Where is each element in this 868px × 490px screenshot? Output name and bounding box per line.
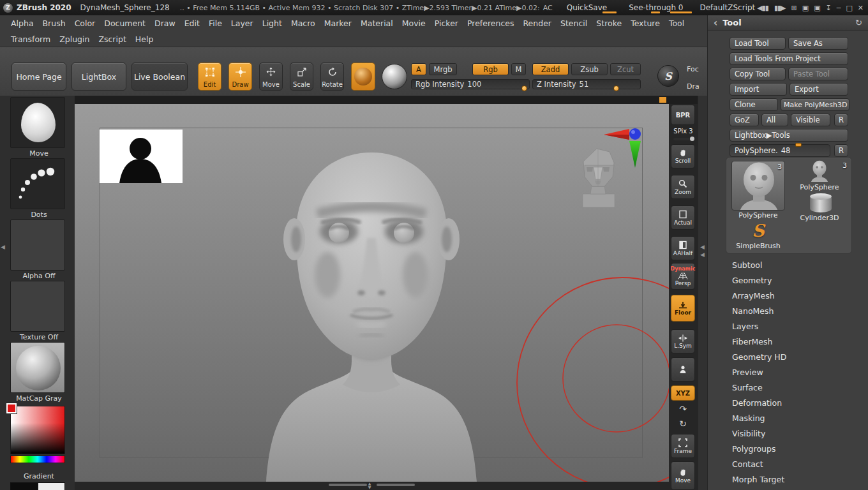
default-zscript-button[interactable]: DefaultZScript [700, 3, 755, 12]
section-layers[interactable]: Layers [726, 319, 855, 334]
zcut-toggle[interactable]: Zcut [610, 63, 641, 75]
spix-handle[interactable] [690, 137, 694, 141]
z-intensity-slider[interactable]: Z Intensity 51 [532, 79, 641, 89]
hue-strip[interactable] [10, 456, 65, 463]
lightbox-button[interactable]: LightBox [71, 63, 126, 91]
solo-button[interactable] [671, 357, 695, 382]
menu-draw[interactable]: Draw [150, 19, 180, 28]
menu-document[interactable]: Document [100, 19, 150, 28]
menu-layer[interactable]: Layer [227, 19, 258, 28]
brush-selector[interactable]: Move [10, 97, 68, 158]
spin-cw-icon[interactable]: ↻ [671, 417, 695, 430]
menu-render[interactable]: Render [519, 19, 557, 28]
xyz-rotation-button[interactable]: XYZ [671, 385, 695, 401]
bpr-button[interactable]: BPR [671, 105, 695, 125]
goz-button[interactable]: GoZ [730, 114, 759, 126]
h-scrollbar-right[interactable] [377, 484, 415, 486]
section-masking[interactable]: Masking [726, 411, 855, 426]
menu-transform[interactable]: Transform [6, 34, 55, 44]
nav-move-button[interactable]: Move [671, 461, 695, 490]
move-mode-button[interactable]: Move [259, 63, 283, 91]
persp-button[interactable]: Dynamic Persp [671, 263, 695, 290]
zscript-indicator[interactable] [670, 11, 692, 13]
rgb-intensity-handle[interactable] [521, 85, 527, 91]
material-selector[interactable]: MatCap Gray [10, 342, 68, 403]
clone-button[interactable]: Clone [730, 98, 778, 111]
canvas-area[interactable]: ▲ ▼ BPR SPix 3 Scroll Zoom [75, 96, 698, 490]
spin-ccw-icon[interactable]: ↷ [671, 403, 695, 415]
texture-selector[interactable]: Texture Off [10, 281, 68, 341]
section-contact[interactable]: Contact [726, 457, 855, 472]
menu-stroke[interactable]: Stroke [592, 19, 626, 28]
tool-select-slider[interactable]: PolySphere. 48 [730, 144, 830, 157]
divider-collapse-icon[interactable]: ◀ [700, 251, 705, 258]
palette-reset-icon[interactable]: ↻ [855, 18, 862, 27]
current-color-swatch[interactable] [6, 403, 17, 413]
h-scrollbar-arrows[interactable]: ▲ ▼ [365, 482, 374, 489]
local-symmetry-button[interactable]: L.Sym [671, 329, 695, 353]
load-tool-button[interactable]: Load Tool [730, 37, 786, 50]
section-arraymesh[interactable]: ArrayMesh [726, 288, 855, 304]
make-polymesh3d-button[interactable]: Make PolyMesh3D [781, 98, 849, 111]
tray-collapse-icon[interactable]: ◀ [1, 244, 5, 250]
tool-r-button[interactable]: R [834, 144, 848, 157]
menu-file[interactable]: File [204, 19, 227, 28]
see-through-slider[interactable]: See-through 0 [629, 3, 683, 12]
rgb-intensity-slider[interactable]: Rgb Intensity 100 [411, 79, 530, 89]
section-preview[interactable]: Preview [726, 365, 855, 380]
selected-tool-thumbnail[interactable]: 3 [731, 161, 785, 211]
section-subtool[interactable]: Subtool [726, 258, 855, 273]
zadd-toggle[interactable]: Zadd [532, 63, 569, 75]
zoom-button[interactable]: Zoom [671, 175, 695, 199]
secondary-color-swatch[interactable] [38, 482, 65, 490]
m-toggle[interactable]: M [511, 63, 526, 75]
draw-size-label[interactable]: Dra [687, 82, 700, 91]
minimize-icon[interactable]: ─ [837, 4, 841, 12]
dock-right-icon[interactable]: ▮▮▶ [774, 4, 786, 12]
floor-button[interactable]: Floor [671, 295, 695, 322]
screen-icon[interactable]: ▣ [802, 4, 808, 12]
document-viewport[interactable] [75, 104, 669, 482]
lightbox-tools-button[interactable]: Lightbox▶Tools [730, 129, 848, 142]
scale-mode-button[interactable]: Scale [290, 63, 313, 91]
see-through-indicator[interactable] [651, 11, 660, 13]
menu-movie[interactable]: Movie [398, 19, 430, 28]
rgb-toggle[interactable]: Rgb [472, 63, 509, 75]
recent-tool-polysphere[interactable] [799, 159, 840, 182]
recent-tool-simplebrush[interactable]: S [745, 221, 771, 241]
live-boolean-button[interactable]: Live Boolean [131, 63, 188, 91]
copy-tool-button[interactable]: Copy Tool [730, 68, 786, 80]
current-material-button[interactable] [351, 63, 375, 91]
canvas-split-handle[interactable] [659, 97, 666, 103]
export-button[interactable]: Export [789, 83, 848, 96]
main-color-swatch[interactable] [10, 482, 38, 490]
menu-material[interactable]: Material [356, 19, 398, 28]
aahalf-button[interactable]: AAHalf [671, 236, 695, 260]
mrgb-toggle[interactable]: Mrgb [429, 63, 457, 75]
home-page-button[interactable]: Home Page [11, 63, 66, 91]
menu-tool[interactable]: Tool [664, 19, 689, 28]
menu-help[interactable]: Help [131, 34, 158, 44]
menu-edit[interactable]: Edit [180, 19, 204, 28]
close-icon[interactable]: ✕ [858, 4, 863, 12]
section-geometry[interactable]: Geometry [726, 273, 855, 288]
menu-texture[interactable]: Texture [626, 19, 664, 28]
menu-zplugin[interactable]: Zplugin [55, 34, 94, 44]
tool-slider-handle[interactable] [795, 143, 802, 147]
import-button[interactable]: Import [730, 83, 787, 96]
current-color-sphere[interactable] [382, 64, 407, 89]
goz-r-button[interactable]: R [834, 114, 848, 126]
recent-tool-cylinder3d[interactable] [808, 192, 834, 212]
focal-shift-label[interactable]: Foc [687, 65, 699, 73]
quicksave-button[interactable]: QuickSave [567, 3, 607, 12]
zsub-toggle[interactable]: Zsub [571, 63, 608, 75]
menu-macro[interactable]: Macro [287, 19, 320, 28]
menu-alpha[interactable]: Alpha [6, 19, 38, 28]
menu-brush[interactable]: Brush [38, 19, 70, 28]
palette-back-icon[interactable]: ‹ [714, 17, 717, 29]
paste-tool-button[interactable]: Paste Tool [788, 68, 848, 80]
menu-picker[interactable]: Picker [430, 19, 463, 28]
section-nanomesh[interactable]: NanoMesh [726, 304, 855, 319]
menu-zscript[interactable]: Zscript [94, 34, 130, 44]
actual-button[interactable]: Actual [671, 205, 695, 230]
